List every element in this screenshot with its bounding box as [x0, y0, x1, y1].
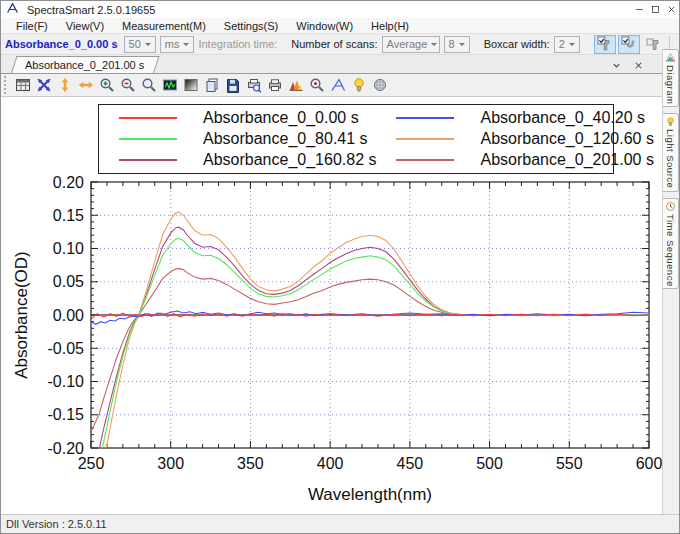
- close-button[interactable]: [663, 1, 679, 17]
- clock-icon: [665, 201, 676, 214]
- scans-mode-value: Average: [387, 38, 428, 50]
- trigger-button[interactable]: [642, 35, 664, 54]
- print-button[interactable]: [264, 75, 285, 96]
- grid-globe-button[interactable]: [369, 75, 390, 96]
- scans-count-select[interactable]: 8: [444, 36, 470, 53]
- legend-item: Absorbance_0_0.00 s: [99, 107, 376, 128]
- tab-list-dropdown-icon[interactable]: [608, 57, 624, 73]
- zoom-out-icon: [120, 77, 136, 93]
- oscilloscope-icon: [162, 77, 178, 93]
- fit-xy-button[interactable]: [33, 75, 54, 96]
- minimize-button[interactable]: [631, 1, 647, 17]
- legend-line-swatch: [396, 138, 454, 140]
- fit-x-icon: [78, 77, 94, 93]
- measure-button[interactable]: [327, 75, 348, 96]
- fit-y-icon: [57, 77, 73, 93]
- strobe-toggle-button[interactable]: [594, 35, 616, 54]
- print-preview-button[interactable]: [243, 75, 264, 96]
- right-sidebar: DiagramLight SourceTime Sequence: [662, 49, 679, 516]
- tab-close-icon[interactable]: [630, 57, 646, 73]
- menu-window[interactable]: Window(W): [287, 18, 362, 34]
- svg-text:0.10: 0.10: [53, 240, 84, 257]
- zoom-data-button[interactable]: [306, 75, 327, 96]
- chevron-down-icon: [431, 43, 437, 49]
- sidebar-tab-time-sequence[interactable]: Time Sequence: [663, 198, 679, 290]
- oscilloscope-button[interactable]: [159, 75, 180, 96]
- svg-text:500: 500: [476, 455, 503, 472]
- svg-text:-0.10: -0.10: [48, 373, 85, 390]
- menu-measurement[interactable]: Measurement(M): [113, 18, 215, 34]
- legend-label: Absorbance_0_201.00 s: [480, 151, 653, 169]
- svg-text:Absorbance(OD): Absorbance(OD): [12, 251, 31, 379]
- integration-time-value: 50: [129, 38, 141, 50]
- lamp-toggle-button[interactable]: [618, 35, 640, 54]
- statusbar: Dll Version : 2.5.0.11: [1, 514, 679, 533]
- sidebar-tab-label: Light Source: [665, 129, 676, 188]
- table-icon: [15, 77, 31, 93]
- peaks-icon: [288, 77, 304, 93]
- legend-item: Absorbance_0_80.41 s: [99, 128, 376, 149]
- window-title: SpectraSmart 2.5.0.19655: [27, 4, 631, 16]
- svg-text:0.15: 0.15: [53, 207, 84, 224]
- menu-view[interactable]: View(V): [57, 18, 113, 34]
- legend-item: Absorbance_0_160.82 s: [99, 149, 376, 170]
- table-button[interactable]: [12, 75, 33, 96]
- zoom-data-icon: [309, 77, 325, 93]
- chevron-down-icon: [145, 43, 151, 49]
- tab-absorbance-spectrum[interactable]: Absorbance_0_201.00 s: [11, 56, 154, 73]
- svg-text:0.20: 0.20: [53, 174, 84, 191]
- legend-item: Absorbance_0_120.60 s: [376, 128, 653, 149]
- fit-xy-icon: [36, 77, 52, 93]
- copy-button[interactable]: [201, 75, 222, 96]
- svg-text:0.05: 0.05: [53, 273, 84, 290]
- active-spectrum-label: Absorbance_0_0.00 s: [5, 38, 118, 50]
- fit-y-button[interactable]: [54, 75, 75, 96]
- peaks-button[interactable]: [285, 75, 306, 96]
- menubar: File(F)View(V)Measurement(M)Settings(S)W…: [1, 18, 679, 34]
- scans-mode-select[interactable]: Average: [382, 36, 440, 53]
- legend-label: Absorbance_0_160.82 s: [203, 151, 376, 169]
- menu-settings[interactable]: Settings(S): [215, 18, 287, 34]
- zoom-in-button[interactable]: [96, 75, 117, 96]
- grid-globe-icon: [372, 77, 388, 93]
- zoom-in-icon: [99, 77, 115, 93]
- legend-label: Absorbance_0_40.20 s: [480, 109, 645, 127]
- boxcar-width-label: Boxcar width:: [484, 38, 550, 50]
- sidebar-tab-diagram[interactable]: Diagram: [663, 49, 679, 107]
- integration-unit-select[interactable]: ms: [160, 36, 195, 53]
- chevron-down-icon: [183, 43, 189, 49]
- bulb-icon: [665, 116, 676, 129]
- scans-count-value: 8: [449, 38, 455, 50]
- chevron-down-icon: [459, 43, 465, 49]
- maximize-button[interactable]: [647, 1, 663, 17]
- lamp-icon: [351, 77, 367, 93]
- integration-time-select[interactable]: 50: [124, 36, 156, 53]
- boxcar-width-select[interactable]: 2: [554, 36, 580, 53]
- zoom-out-button[interactable]: [117, 75, 138, 96]
- menu-help[interactable]: Help(H): [362, 18, 418, 34]
- toolbar-drag-handle[interactable]: [4, 76, 9, 94]
- lamp-button[interactable]: [348, 75, 369, 96]
- svg-text:-0.15: -0.15: [48, 406, 85, 423]
- zoom-window-button[interactable]: [138, 75, 159, 96]
- measure-icon: [330, 77, 346, 93]
- legend-label: Absorbance_0_0.00 s: [203, 109, 359, 127]
- lamp-toggle-icon: [621, 36, 637, 52]
- chart-toolbar: [1, 74, 664, 97]
- background-button[interactable]: [180, 75, 201, 96]
- svg-text:0.00: 0.00: [53, 307, 84, 324]
- svg-text:-0.20: -0.20: [48, 440, 85, 457]
- print-preview-icon: [246, 77, 262, 93]
- number-of-scans-label: Number of scans:: [291, 38, 377, 50]
- copy-icon: [204, 77, 220, 93]
- chart-legend: Absorbance_0_0.00 sAbsorbance_0_40.20 sA…: [98, 104, 614, 174]
- sidebar-tab-light-source[interactable]: Light Source: [663, 113, 679, 191]
- svg-text:-0.05: -0.05: [48, 340, 85, 357]
- save-button[interactable]: [222, 75, 243, 96]
- menu-file[interactable]: File(F): [7, 18, 57, 34]
- sidebar-tab-label: Time Sequence: [665, 214, 676, 287]
- trigger-icon: [645, 36, 661, 52]
- fit-x-button[interactable]: [75, 75, 96, 96]
- svg-text:350: 350: [237, 455, 264, 472]
- chevron-down-icon: [569, 43, 575, 49]
